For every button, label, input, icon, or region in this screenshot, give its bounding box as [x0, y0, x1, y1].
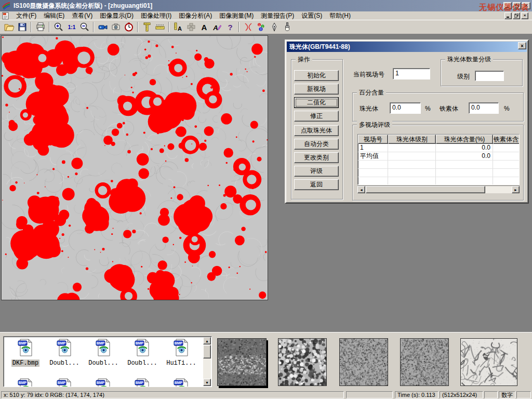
metallograph-image[interactable] — [1, 35, 268, 300]
file-item[interactable]: BMP HuiTi... — [163, 339, 200, 367]
print-button[interactable] — [34, 21, 47, 33]
scroll-up-button[interactable]: ▲ — [203, 337, 211, 344]
dialog-title-bar[interactable]: 珠光体(GB/T9441-88) — [287, 42, 527, 52]
menu-item-help[interactable]: 帮助(H) — [326, 11, 354, 20]
file-item[interactable]: BMP DKF.bmp — [7, 339, 44, 367]
menu-item-edit[interactable]: 编辑(E) — [40, 11, 68, 20]
svg-text:BMP: BMP — [175, 341, 183, 345]
timer-clock-icon — [124, 22, 134, 32]
restore-button[interactable] — [513, 2, 521, 9]
annotate-button[interactable]: A — [210, 21, 223, 33]
table-header-ferrite[interactable]: 铁素体含量(%) — [493, 135, 520, 144]
caliper-button[interactable] — [140, 21, 153, 33]
file-item-partial[interactable]: BMP — [46, 378, 83, 387]
scroll-down-button[interactable]: ▼ — [203, 379, 211, 386]
measure-label-button[interactable]: A — [171, 21, 184, 33]
close-button[interactable]: × — [522, 2, 530, 9]
file-list[interactable]: BMP DKF.bmp BMP Doubl... BMP Doubl... BM… — [3, 336, 212, 387]
ruler-button[interactable] — [153, 21, 166, 33]
text-button[interactable]: A — [197, 21, 210, 33]
toolbar-separator — [238, 22, 240, 32]
pick-pearlite-button[interactable]: 点取珠光体 — [294, 125, 339, 136]
menu-item-image-display[interactable]: 图像显示(D) — [96, 11, 137, 20]
level-input[interactable] — [475, 71, 504, 81]
video-capture-button[interactable] — [96, 21, 109, 33]
rating-table[interactable]: 视场号 珠光体级别 珠光体含量(%) 铁素体含量(%) 1 0.0 平均值 0.… — [357, 134, 520, 185]
scroll-thumb[interactable] — [366, 186, 485, 193]
mdi-minimize-button[interactable] — [504, 12, 512, 19]
table-header-pearlite[interactable]: 珠光体含量(%) — [436, 135, 493, 144]
zoom-in-button[interactable] — [52, 21, 65, 33]
grid-button[interactable] — [184, 21, 197, 33]
snapshot-button[interactable] — [109, 21, 122, 33]
table-header-field[interactable]: 视场号 — [358, 135, 388, 144]
menu-item-view[interactable]: 查看(V) — [68, 11, 96, 20]
table-hscrollbar[interactable]: ◄ ► — [357, 185, 520, 193]
change-class-button[interactable]: 更改类别 — [294, 152, 339, 163]
pearlite-input[interactable]: 0.0 — [390, 102, 421, 114]
scroll-thumb[interactable] — [203, 345, 211, 358]
grade-button[interactable]: 评级 — [294, 166, 339, 177]
classify-icon: 123 — [256, 22, 267, 32]
menu-item-settings[interactable]: 设置(S) — [298, 11, 326, 20]
svg-text:BMP: BMP — [97, 381, 105, 384]
auto-classify-button[interactable]: 自动分类 — [294, 139, 339, 150]
correct-button[interactable]: 修正 — [294, 111, 339, 122]
file-item-partial[interactable]: BMP — [124, 378, 161, 387]
open-button[interactable] — [3, 21, 16, 33]
return-button[interactable]: 返回 — [294, 179, 339, 190]
thumbnail-3[interactable] — [339, 338, 388, 386]
new-field-button[interactable]: 新视场 — [294, 84, 339, 95]
current-field-input[interactable]: 1 — [393, 68, 430, 79]
mdi-close-button[interactable]: × — [521, 12, 528, 19]
dialog-title: 珠光体(GB/T9441-88) — [289, 43, 350, 51]
minimize-button[interactable] — [503, 2, 512, 9]
table-cell — [388, 152, 436, 160]
file-name: HuiTi... — [165, 360, 197, 367]
init-button[interactable]: 初始化 — [294, 70, 339, 81]
scroll-right-button[interactable]: ► — [512, 186, 520, 193]
file-item[interactable]: BMP Doubl... — [85, 339, 122, 367]
ferrite-input[interactable]: 0.0 — [469, 102, 499, 114]
file-item-partial[interactable]: BMP — [85, 378, 122, 387]
thumbnail-1[interactable] — [217, 338, 267, 386]
status-spacer — [484, 391, 498, 398]
mdi-client-area: 珠光体(GB/T9441-88) × 操作 初始化 新视场 二值化 修正 点取珠… — [0, 34, 532, 332]
help-button[interactable]: ? — [223, 21, 236, 33]
menu-item-file[interactable]: 文件(F) — [12, 11, 40, 20]
thumbnail-5[interactable] — [460, 338, 517, 386]
brush-tool-button[interactable] — [281, 21, 294, 33]
table-row[interactable]: 平均值 0.0 — [358, 152, 519, 161]
menu-item-image-processing[interactable]: 图像处理(I) — [137, 11, 175, 20]
help-icon: ? — [225, 22, 235, 32]
menu-item-image-analysis[interactable]: 图像分析(A) — [175, 11, 216, 20]
status-spacer — [516, 391, 531, 398]
thumbnail-2[interactable] — [278, 338, 327, 386]
actual-size-button[interactable]: 1:1 — [65, 21, 78, 33]
file-list-scrollbar[interactable]: ▲ ▼ — [203, 337, 211, 386]
menu-item-measure-report[interactable]: 测量报告(P) — [257, 11, 298, 20]
table-row[interactable]: 1 0.0 — [358, 144, 519, 152]
table-cell: 0.0 — [436, 152, 493, 160]
dialog-close-button[interactable]: × — [518, 42, 526, 49]
zoom-out-button[interactable] — [78, 21, 91, 33]
mdi-restore-button[interactable] — [513, 12, 520, 19]
print-icon — [35, 22, 46, 32]
save-button[interactable] — [16, 21, 29, 33]
table-header-level[interactable]: 珠光体级别 — [388, 135, 436, 144]
file-item-partial[interactable]: BMP — [7, 378, 44, 387]
thumbnail-4[interactable] — [400, 338, 449, 386]
menu-bar: 文件(F) 编辑(E) 查看(V) 图像显示(D) 图像处理(I) 图像分析(A… — [0, 11, 532, 20]
file-item[interactable]: BMP Doubl... — [124, 339, 161, 367]
file-item[interactable]: BMP Doubl... — [46, 339, 83, 367]
timer-button[interactable] — [122, 21, 135, 33]
curve-tool-button[interactable] — [242, 21, 255, 33]
classify-button[interactable]: 123 — [255, 21, 268, 33]
table-cell: 平均值 — [358, 152, 388, 160]
menu-item-image-measure[interactable]: 图像测量(M) — [216, 11, 257, 20]
binarize-button[interactable]: 二值化 — [294, 97, 339, 108]
pen-tool-button[interactable] — [268, 21, 281, 33]
file-item-partial[interactable]: BMP — [163, 378, 200, 387]
document-icon[interactable] — [2, 12, 9, 20]
scroll-left-button[interactable]: ◄ — [357, 186, 365, 193]
